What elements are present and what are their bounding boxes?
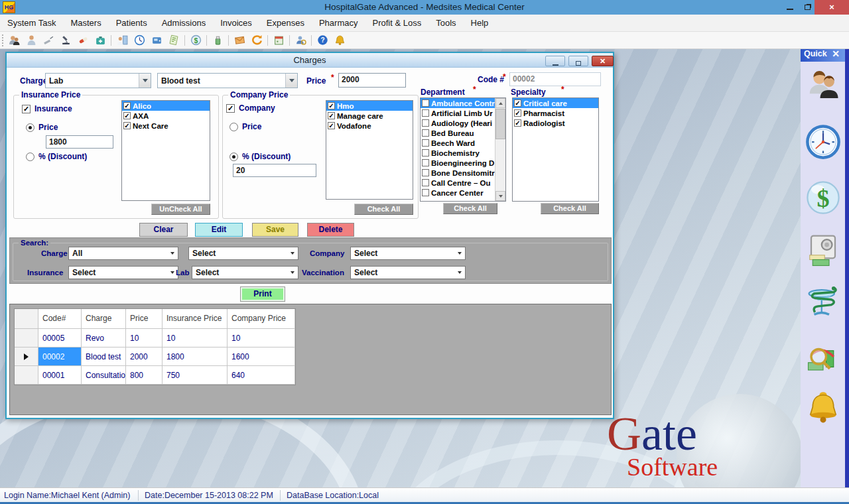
- menu-profit-loss[interactable]: Profit & Loss: [365, 18, 428, 28]
- list-item[interactable]: Hmo: [326, 101, 413, 111]
- checked-checkbox-icon[interactable]: [123, 122, 131, 129]
- menu-tools[interactable]: Tools: [428, 18, 463, 28]
- cash-safe-icon[interactable]: [805, 231, 842, 271]
- medicine-icon[interactable]: [209, 33, 226, 48]
- department-list[interactable]: Ambulance Contr Artificial Limb Ur Audio…: [420, 97, 506, 202]
- company-checkbox[interactable]: [226, 104, 235, 113]
- chevron-down-icon[interactable]: [285, 74, 297, 88]
- list-item[interactable]: Bone Densitomitr: [421, 168, 495, 178]
- unchecked-checkbox-icon[interactable]: [422, 99, 429, 107]
- dialog-minimize-button[interactable]: [545, 56, 565, 66]
- patients-icon[interactable]: [805, 66, 842, 106]
- checked-checkbox-icon[interactable]: [514, 99, 521, 107]
- unchecked-checkbox-icon[interactable]: [422, 129, 429, 137]
- charge-type-select[interactable]: Lab: [45, 73, 151, 88]
- clock-icon[interactable]: [131, 33, 148, 48]
- table-cell[interactable]: 10: [126, 329, 163, 347]
- help-icon[interactable]: ?: [314, 33, 331, 48]
- checked-checkbox-icon[interactable]: [328, 102, 335, 109]
- department-check-all-button[interactable]: Check All: [443, 203, 497, 214]
- menu-masters[interactable]: Masters: [63, 18, 108, 28]
- table-cell[interactable]: Revo: [82, 329, 126, 347]
- checked-checkbox-icon[interactable]: [328, 122, 335, 129]
- list-item[interactable]: Critical care: [513, 98, 598, 108]
- close-button[interactable]: ×: [815, 0, 849, 15]
- menu-patients[interactable]: Patients: [109, 18, 155, 28]
- menu-system-task[interactable]: System Task: [0, 18, 63, 28]
- medical-bag-icon[interactable]: [92, 33, 109, 48]
- list-item[interactable]: Radiologist: [513, 118, 598, 128]
- insurance-checkbox[interactable]: [22, 105, 31, 113]
- insurance-price-radio[interactable]: [26, 123, 34, 132]
- save-button[interactable]: Save: [252, 223, 298, 237]
- table-cell[interactable]: Blood test: [82, 347, 126, 366]
- chevron-down-icon[interactable]: [139, 74, 151, 88]
- list-item[interactable]: Pharmacist: [513, 108, 598, 118]
- list-item[interactable]: Bioengineering D: [421, 158, 495, 168]
- scroll-down-icon[interactable]: [495, 191, 505, 201]
- search-lab-select[interactable]: Select: [192, 266, 298, 279]
- specialty-list[interactable]: Critical care Pharmacist Radiologist: [512, 97, 599, 202]
- column-header[interactable]: Price: [126, 309, 163, 329]
- edit-button[interactable]: Edit: [195, 223, 243, 237]
- menu-invoices[interactable]: Invoices: [213, 18, 259, 28]
- company-discount-radio[interactable]: [229, 153, 238, 161]
- clear-button[interactable]: Clear: [139, 223, 188, 237]
- company-check-all-button[interactable]: Check All: [354, 204, 413, 215]
- search-charge-select[interactable]: All: [68, 247, 178, 260]
- chevron-down-icon[interactable]: [287, 267, 298, 279]
- selected-table-cell[interactable]: 00002: [38, 347, 82, 366]
- department-scrollbar[interactable]: [495, 98, 505, 201]
- list-item[interactable]: Manage care: [326, 111, 413, 121]
- invoice-icon[interactable]: [165, 33, 182, 48]
- insurance-list[interactable]: Alico AXA Next Care: [121, 100, 210, 201]
- column-header[interactable]: Company Price: [228, 309, 295, 329]
- checked-checkbox-icon[interactable]: [123, 102, 131, 109]
- search-charge-item-select[interactable]: Select: [188, 247, 298, 260]
- quick-close-icon[interactable]: ✕: [832, 48, 840, 59]
- calendar-icon[interactable]: [270, 33, 287, 48]
- capsule-icon[interactable]: [74, 33, 92, 48]
- column-header[interactable]: Charge: [82, 309, 126, 329]
- dialog-titlebar[interactable]: Charges ✕: [7, 53, 613, 68]
- unchecked-checkbox-icon[interactable]: [422, 139, 429, 147]
- list-item[interactable]: Next Care: [122, 121, 210, 131]
- list-item[interactable]: Cancer Center: [421, 188, 495, 198]
- menu-expenses[interactable]: Expenses: [259, 18, 312, 28]
- code-input[interactable]: 00002: [509, 72, 601, 86]
- insurance-discount-radio[interactable]: [26, 153, 34, 161]
- table-cell[interactable]: 640: [228, 366, 295, 385]
- delete-button[interactable]: Delete: [307, 223, 354, 237]
- checked-checkbox-icon[interactable]: [514, 109, 521, 117]
- unchecked-checkbox-icon[interactable]: [422, 189, 429, 196]
- microscope-icon[interactable]: [57, 33, 74, 48]
- patient-icon[interactable]: [23, 33, 40, 48]
- patients-icon[interactable]: [5, 33, 23, 48]
- billing-icon[interactable]: $: [805, 178, 842, 218]
- unchecked-checkbox-icon[interactable]: [422, 149, 429, 157]
- list-item[interactable]: Ambulance Contr: [421, 98, 495, 108]
- dialog-maximize-button[interactable]: [568, 56, 588, 66]
- scrollbar-thumb[interactable]: [495, 109, 505, 139]
- list-item[interactable]: Beech Ward: [421, 138, 495, 148]
- table-cell[interactable]: 10: [228, 329, 295, 347]
- menu-help[interactable]: Help: [464, 18, 496, 28]
- chevron-down-icon[interactable]: [287, 247, 298, 259]
- unchecked-checkbox-icon[interactable]: [422, 109, 429, 117]
- price-input[interactable]: 2000: [338, 73, 406, 88]
- search-vaccination-select[interactable]: Select: [350, 266, 466, 279]
- list-item[interactable]: Bed Bureau: [421, 128, 495, 138]
- row-selector[interactable]: [15, 366, 38, 385]
- list-item[interactable]: Biochemistry: [421, 148, 495, 158]
- company-price-radio[interactable]: [229, 123, 238, 131]
- unchecked-checkbox-icon[interactable]: [422, 179, 429, 186]
- table-cell[interactable]: 2000: [126, 347, 163, 366]
- unchecked-checkbox-icon[interactable]: [422, 119, 429, 127]
- list-item[interactable]: AXA: [122, 111, 210, 121]
- list-item[interactable]: Audiology (Heari: [421, 118, 495, 128]
- bell-icon[interactable]: [331, 33, 348, 48]
- list-item[interactable]: Alico: [122, 101, 210, 111]
- table-cell[interactable]: 800: [126, 366, 163, 385]
- chevron-down-icon[interactable]: [454, 267, 465, 279]
- dollar-coin-icon[interactable]: $: [187, 33, 204, 48]
